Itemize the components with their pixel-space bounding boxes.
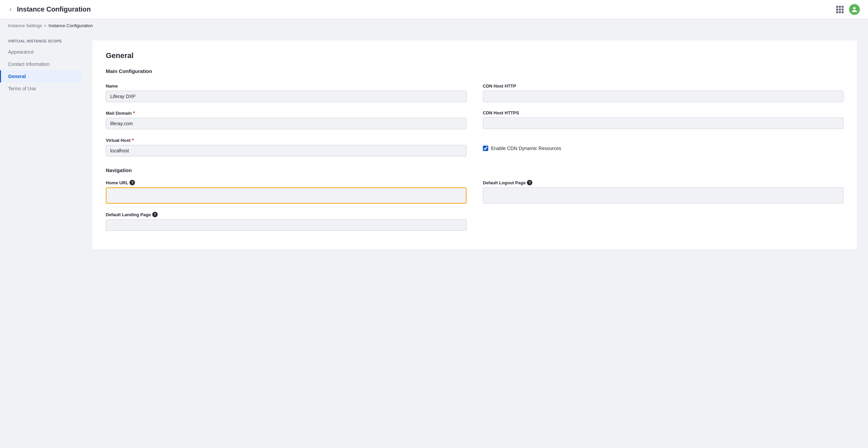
user-icon xyxy=(851,6,857,13)
home-url-field-group: Home URL ? xyxy=(106,180,467,204)
cdn-http-field-group: CDN Host HTTP xyxy=(483,83,844,102)
cdn-https-label: CDN Host HTTPS xyxy=(483,110,844,115)
apps-grid-icon[interactable] xyxy=(836,6,844,13)
name-field-group: Name xyxy=(106,83,467,102)
grid-dot xyxy=(839,8,841,11)
sidebar: VIRTUAL INSTANCE SCOPE Appearance Contac… xyxy=(0,32,81,446)
virtual-host-input[interactable] xyxy=(106,145,467,156)
subsection-main-config: Main Configuration xyxy=(106,68,844,77)
main-config-grid: Name CDN Host HTTP Mail Domain * xyxy=(106,83,844,165)
grid-dot xyxy=(836,6,838,8)
content-card: General Main Configuration Name CDN Host… xyxy=(92,40,857,250)
enable-cdn-label[interactable]: Enable CDN Dynamic Resources xyxy=(491,146,561,151)
virtual-host-field-group: Virtual Host * xyxy=(106,137,467,156)
grid-dot xyxy=(836,8,838,11)
default-landing-help-icon[interactable]: ? xyxy=(152,212,158,217)
home-url-label: Home URL ? xyxy=(106,180,467,185)
grid-dot xyxy=(842,6,844,8)
enable-cdn-field-group: Enable CDN Dynamic Resources xyxy=(483,137,844,156)
page-title: Instance Configuration xyxy=(17,5,91,13)
breadcrumb-current: Instance Configuration xyxy=(48,23,93,28)
top-header: ‹ Instance Configuration xyxy=(0,0,868,19)
cdn-https-input[interactable] xyxy=(483,117,844,129)
enable-cdn-checkbox-group: Enable CDN Dynamic Resources xyxy=(483,146,844,151)
breadcrumb: Instance Settings > Instance Configurati… xyxy=(0,19,868,32)
cdn-http-input[interactable] xyxy=(483,91,844,102)
mail-domain-input[interactable] xyxy=(106,118,467,129)
mail-domain-label: Mail Domain * xyxy=(106,110,467,116)
sidebar-section-label: VIRTUAL INSTANCE SCOPE xyxy=(0,35,81,46)
enable-cdn-spacer: Enable CDN Dynamic Resources xyxy=(483,146,844,151)
name-input[interactable] xyxy=(106,91,467,102)
main-layout: VIRTUAL INSTANCE SCOPE Appearance Contac… xyxy=(0,32,868,446)
default-logout-input[interactable] xyxy=(483,187,844,204)
required-star: * xyxy=(132,137,134,143)
default-landing-input[interactable] xyxy=(106,219,467,231)
sidebar-item-appearance[interactable]: Appearance xyxy=(0,46,81,58)
default-logout-help-icon[interactable]: ? xyxy=(527,180,532,185)
back-button[interactable]: ‹ xyxy=(8,4,13,14)
grid-dot xyxy=(842,8,844,11)
mail-domain-field-group: Mail Domain * xyxy=(106,110,467,129)
navigation-grid: Home URL ? Default Logout Page ? xyxy=(106,180,844,239)
empty-cell xyxy=(483,212,844,239)
default-landing-field-group: Default Landing Page ? xyxy=(106,212,467,231)
name-label: Name xyxy=(106,83,467,89)
navigation-section-title: Navigation xyxy=(106,167,844,173)
user-avatar[interactable] xyxy=(849,4,860,15)
section-title: General xyxy=(106,51,844,60)
cdn-http-label: CDN Host HTTP xyxy=(483,83,844,89)
header-right xyxy=(836,4,860,15)
grid-dot xyxy=(839,6,841,8)
home-url-input[interactable] xyxy=(106,187,467,204)
breadcrumb-separator: > xyxy=(44,23,47,28)
home-url-help-icon[interactable]: ? xyxy=(130,180,135,185)
grid-dot xyxy=(839,11,841,13)
navigation-section: Navigation Home URL ? Default Logout Pa xyxy=(106,167,844,239)
virtual-host-label: Virtual Host * xyxy=(106,137,467,143)
breadcrumb-parent[interactable]: Instance Settings xyxy=(8,23,42,28)
header-left: ‹ Instance Configuration xyxy=(8,4,91,14)
sidebar-item-contact-information[interactable]: Contact Information xyxy=(0,58,81,70)
sidebar-item-terms-of-use[interactable]: Terms of Use xyxy=(0,82,81,95)
grid-dot xyxy=(836,11,838,13)
default-logout-field-group: Default Logout Page ? xyxy=(483,180,844,204)
enable-cdn-checkbox[interactable] xyxy=(483,146,488,151)
sidebar-item-general[interactable]: General xyxy=(0,70,81,82)
main-content: General Main Configuration Name CDN Host… xyxy=(81,32,868,446)
default-landing-label: Default Landing Page ? xyxy=(106,212,467,217)
grid-dot xyxy=(842,11,844,13)
required-star: * xyxy=(133,110,135,116)
default-logout-label: Default Logout Page ? xyxy=(483,180,844,185)
cdn-https-field-group: CDN Host HTTPS xyxy=(483,110,844,129)
